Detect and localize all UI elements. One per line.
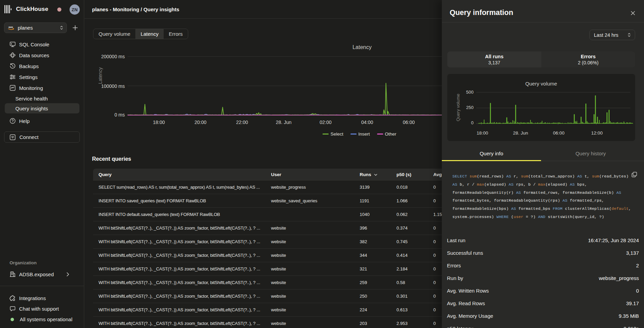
- svg-text:aws: aws: [9, 26, 13, 28]
